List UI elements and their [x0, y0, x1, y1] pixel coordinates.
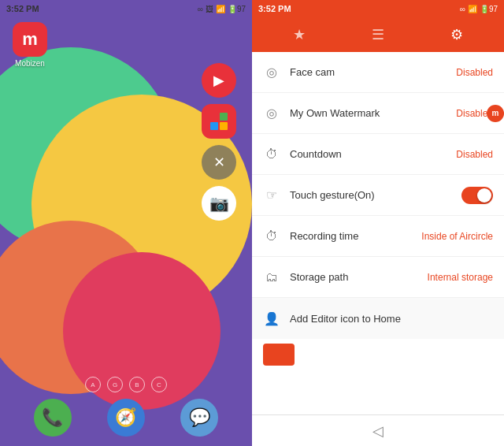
- chat-app-icon[interactable]: 💬: [180, 399, 218, 437]
- settings-item-countdown[interactable]: ⏱ Countdown Disabled: [252, 134, 504, 175]
- close-icon: ✕: [213, 154, 225, 171]
- settings-item-storage-path[interactable]: 🗂 Storage path Internal storage: [252, 257, 504, 298]
- face-cam-label: Face cam: [290, 66, 447, 78]
- recording-time-value: Inside of Aircircle: [421, 231, 493, 242]
- bottom-nav: ◁: [252, 414, 504, 446]
- tab-bar: ★ ☰ ⚙: [252, 17, 504, 52]
- countdown-label: Countdown: [290, 148, 447, 160]
- fab-container: ▶ ✕ 📷: [202, 63, 236, 221]
- add-editor-icon: 👤: [263, 310, 280, 327]
- compass-icon: 🧭: [115, 407, 136, 428]
- dot-g: G: [107, 377, 123, 392]
- status-time-left: 3:52 PM: [6, 4, 39, 13]
- touch-gesture-icon: ☞: [263, 187, 280, 204]
- add-editor-label: Add Editor icon to Home: [290, 313, 493, 325]
- settings-item-face-cam[interactable]: ◎ Face cam Disabled: [252, 52, 504, 93]
- mobizen-label: Mobizen: [15, 59, 45, 68]
- tab-settings[interactable]: ⚙: [443, 20, 471, 49]
- list-icon: ☰: [372, 26, 384, 43]
- status-bar-right: 3:52 PM ∞ 📶 🔋97: [252, 0, 504, 17]
- settings-item-watermark[interactable]: ◎ My Own Watermark Disabled m: [252, 93, 504, 134]
- phone-app-icon[interactable]: 📞: [34, 399, 72, 437]
- settings-item-touch-gesture[interactable]: ☞ Touch gesture(On): [252, 175, 504, 216]
- fab-record-button[interactable]: ▶: [202, 63, 236, 98]
- mobizen-app-icon[interactable]: m Mobizen: [13, 22, 47, 68]
- tab-list[interactable]: ☰: [364, 20, 392, 49]
- record-icon: ▶: [213, 72, 224, 89]
- meizu-logo-overlay: m: [487, 105, 504, 122]
- status-icons-left: ∞ 🖼 📶 🔋97: [198, 5, 246, 13]
- storage-path-icon: 🗂: [263, 269, 280, 286]
- star-icon: ★: [293, 26, 306, 43]
- dot-a: A: [85, 377, 101, 392]
- status-time-right: 3:52 PM: [258, 4, 291, 13]
- toggle-knob: [477, 188, 491, 203]
- storage-path-value: Internal storage: [428, 272, 493, 283]
- phone-icon: 📞: [42, 407, 63, 428]
- back-button[interactable]: ◁: [372, 422, 384, 440]
- dot-b: B: [129, 377, 145, 392]
- watermark-label: My Own Watermark: [290, 107, 447, 119]
- compass-app-icon[interactable]: 🧭: [107, 399, 145, 437]
- status-bar-left: 3:52 PM ∞ 🖼 📶 🔋97: [0, 0, 252, 17]
- storage-path-label: Storage path: [290, 271, 418, 283]
- recording-time-icon: ⏱: [263, 228, 280, 245]
- touch-gesture-label: Touch gesture(On): [290, 189, 452, 201]
- dot-c: C: [151, 377, 167, 392]
- settings-item-add-editor[interactable]: 👤 Add Editor icon to Home: [252, 298, 504, 339]
- camera-icon: 📷: [209, 194, 229, 213]
- gear-icon: ⚙: [450, 26, 463, 43]
- countdown-icon: ⏱: [263, 146, 280, 163]
- right-panel: 3:52 PM ∞ 📶 🔋97 ★ ☰ ⚙ ◎ Face cam Disable…: [252, 0, 504, 446]
- recording-time-label: Recording time: [290, 230, 412, 242]
- settings-list: ◎ Face cam Disabled ◎ My Own Watermark D…: [252, 52, 504, 414]
- fab-grid-button[interactable]: [202, 104, 236, 139]
- fab-close-button[interactable]: ✕: [202, 145, 236, 180]
- watermark-icon: ◎: [263, 105, 280, 122]
- face-cam-value: Disabled: [456, 67, 493, 78]
- partial-button[interactable]: [263, 344, 295, 366]
- touch-gesture-toggle[interactable]: [461, 187, 493, 204]
- left-panel: 3:52 PM ∞ 🖼 📶 🔋97 m Mobizen ▶ ✕: [0, 0, 252, 446]
- page-dots: A G B C: [85, 377, 167, 392]
- windows-icon: [210, 113, 228, 130]
- face-cam-icon: ◎: [263, 64, 280, 81]
- bottom-dock: 📞 🧭 💬: [0, 399, 252, 437]
- partial-section: [252, 339, 504, 370]
- status-icons-right: ∞ 📶 🔋97: [460, 5, 498, 13]
- countdown-value: Disabled: [456, 149, 493, 160]
- mobizen-logo: m: [13, 22, 47, 57]
- fab-camera-button[interactable]: 📷: [202, 186, 236, 221]
- chat-icon: 💬: [189, 407, 210, 428]
- settings-item-recording-time[interactable]: ⏱ Recording time Inside of Aircircle: [252, 216, 504, 257]
- tab-favorites[interactable]: ★: [285, 20, 313, 49]
